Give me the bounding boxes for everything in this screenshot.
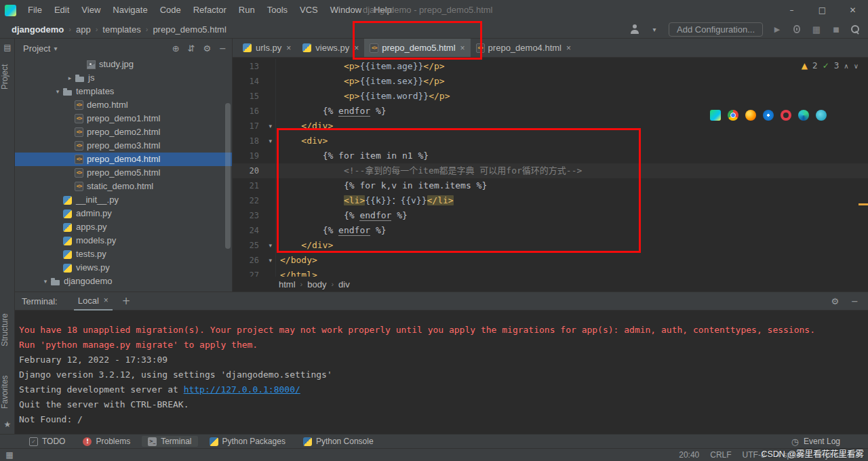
toolwindow-button-python-console[interactable]: Python Console [297,436,380,447]
tree-item-views-py[interactable]: views.py [15,261,232,275]
toolwindow-button-event-log[interactable]: Event Log [785,436,846,447]
project-scrollbar[interactable] [225,103,231,249]
tree-item-js[interactable]: ▸js [15,71,232,85]
code-line-20[interactable]: 20 <!--拿到的每一个item都是字典 可以用for循环的方式--> [233,163,868,178]
builtin-preview-icon[interactable] [816,110,827,121]
code-line-19[interactable]: 19 {% for item in n1 %} [233,148,868,163]
hide-panel-icon[interactable]: − [851,296,859,306]
tree-item-tests-py[interactable]: tests.py [15,247,232,261]
chevron-down-icon[interactable] [649,24,660,35]
search-icon[interactable] [850,24,860,34]
menu-navigate[interactable]: Navigate [106,0,153,20]
status-crlf[interactable]: CRLF [710,450,731,460]
menu-refactor[interactable]: Refactor [187,0,233,20]
chevron-down-icon[interactable]: ▾ [54,45,57,52]
close-tab-icon[interactable]: × [286,43,291,53]
close-tab-icon[interactable]: × [104,296,108,305]
tool-window-switcher-icon[interactable]: ▦ [4,450,15,460]
new-session-icon[interactable]: + [122,295,131,307]
tree-item-templates[interactable]: ▾templates [15,85,232,98]
menu-run[interactable]: Run [233,0,261,20]
tree-item-study-jpg[interactable]: study.jpg [15,58,232,71]
breadcrumb-item-templates[interactable]: templates [102,24,141,35]
chevron-down-icon[interactable]: ▾ [41,275,50,288]
toolwindow-button-python-packages[interactable]: Python Packages [203,436,292,447]
gear-icon[interactable]: ⚙ [831,296,839,306]
close-tab-icon[interactable]: × [354,43,359,53]
editor-breadcrumb-html[interactable]: html [278,279,296,289]
breadcrumb-item-app[interactable]: app [75,24,92,35]
code-line-15[interactable]: 15 <p>{{item.word}}</p> [233,89,868,104]
tab-urls-py[interactable]: urls.py× [237,39,296,57]
menu-code[interactable]: Code [154,0,187,20]
tab-prepo-demo5-html[interactable]: prepo_demo5.html× [364,39,470,57]
code-line-22[interactable]: 22 <li>{{k}}：{{v}}</li> [233,193,868,208]
close-icon[interactable]: ✕ [837,0,868,20]
tree-item-prepo-demo2-html[interactable]: prepo_demo2.html [15,125,232,139]
star-icon[interactable]: ★ [3,420,12,429]
tree-item-static-demo-html[interactable]: static_demo.html [15,180,232,193]
opera-icon[interactable] [781,110,791,121]
editor-breadcrumb-div[interactable]: div [338,279,351,289]
fold-icon[interactable]: ▾ [269,238,272,253]
terminal-link[interactable]: http://127.0.0.1:8000/ [184,384,300,395]
chrome-icon[interactable] [728,110,738,121]
code-area[interactable]: 13 <p>{{item.age}}</p>14 <p>{{item.sex}}… [233,58,868,277]
chevron-down-icon[interactable]: ▾ [53,85,62,98]
breadcrumb-item-djangodemo[interactable]: djangodemo [11,24,64,35]
code-line-26[interactable]: 26▾</body> [233,253,868,268]
stripe-label-favorites[interactable]: Favorites [0,371,15,413]
menu-window[interactable]: Window [324,0,368,20]
code-line-24[interactable]: 24 {% endfor %} [233,223,868,238]
add-configuration-button[interactable]: Add Configuration... [669,22,763,37]
tree-item-prepo-demo3-html[interactable]: prepo_demo3.html [15,139,232,153]
tree-item-demo-html[interactable]: demo.html [15,98,232,112]
code-line-21[interactable]: 21 {% for k,v in item.items %} [233,178,868,193]
safari-icon[interactable] [763,110,774,121]
code-line-18[interactable]: 18▾ <div> [233,134,868,148]
tree-item-admin-py[interactable]: admin.py [15,207,232,220]
menu-edit[interactable]: Edit [48,0,75,20]
close-tab-icon[interactable]: × [566,43,571,53]
run-icon[interactable] [772,24,783,35]
tree-item-models-py[interactable]: models.py [15,234,232,247]
project-toolwindow-icon[interactable]: ▤ [3,43,12,52]
tab-prepo-demo4-html[interactable]: prepo_demo4.html× [471,39,576,57]
editor-breadcrumb-body[interactable]: body [307,279,327,289]
pycharm-icon[interactable] [710,110,721,121]
menu-file[interactable]: File [22,0,48,20]
terminal-tab-local[interactable]: Local× [74,292,113,310]
maximize-icon[interactable]: □ [807,0,837,20]
tree-item-prepo-demo4-html[interactable]: prepo_demo4.html [15,153,232,166]
user-icon[interactable] [629,24,640,35]
minimize-icon[interactable]: – [776,0,807,20]
fold-icon[interactable]: ▾ [269,253,272,268]
locate-icon[interactable]: ⊕ [172,43,180,54]
project-panel-title[interactable]: Project [23,43,50,54]
chevron-right-icon[interactable]: ▸ [65,71,75,85]
tree-item-init-py[interactable]: __init__.py [15,193,232,207]
ok-check-icon[interactable]: ✓ [823,61,829,71]
menu-vcs[interactable]: VCS [294,0,324,20]
stripe-label-structure[interactable]: Structure [0,308,15,352]
menu-tools[interactable]: Tools [261,0,294,20]
code-line-23[interactable]: 23 {% endfor %} [233,208,868,223]
firefox-icon[interactable] [745,110,756,121]
terminal-output[interactable]: You have 18 unapplied migration(s). Your… [15,310,868,427]
code-line-14[interactable]: 14 <p>{{item.sex}}</p> [233,74,868,89]
warning-icon[interactable]: ▲ [802,61,808,71]
close-tab-icon[interactable]: × [460,43,465,53]
menu-view[interactable]: View [75,0,106,20]
tree-item-djangodemo[interactable]: ▾djangodemo [15,275,232,288]
toolwindow-button-problems[interactable]: Problems [77,436,136,447]
tree-item-prepo-demo5-html[interactable]: prepo_demo5.html [15,166,232,180]
status-20-40[interactable]: 20:40 [679,450,699,460]
tab-views-py[interactable]: views.py× [296,39,364,57]
gear-icon[interactable]: ⚙ [203,43,211,54]
coverage-icon[interactable] [811,24,822,35]
next-issue-icon[interactable]: ∨ [854,62,859,70]
fold-icon[interactable]: ▾ [269,134,272,148]
toolwindow-button-todo[interactable]: TODO [23,436,71,447]
edge-icon[interactable] [798,110,809,121]
debug-icon[interactable] [793,25,800,33]
